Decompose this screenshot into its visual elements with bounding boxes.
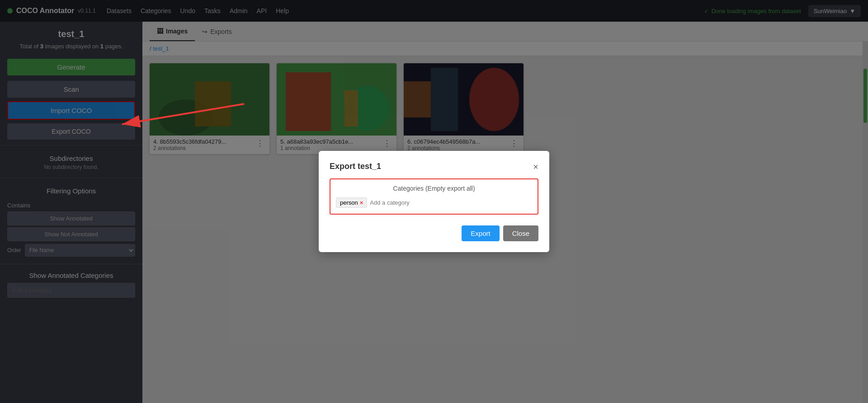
- export-modal: Export test_1 × Categories (Empty export…: [319, 151, 549, 252]
- categories-box: Categories (Empty export all) person ×: [330, 178, 538, 215]
- modal-header: Export test_1 ×: [330, 162, 538, 171]
- modal-footer: Export Close: [330, 225, 538, 241]
- modal-close-x-button[interactable]: ×: [533, 162, 538, 171]
- modal-add-category-input[interactable]: [370, 199, 446, 206]
- modal-overlay[interactable]: Export test_1 × Categories (Empty export…: [0, 0, 868, 403]
- svg-line-13: [122, 104, 244, 124]
- modal-close-button[interactable]: Close: [503, 225, 538, 241]
- category-tags: person ×: [336, 197, 532, 208]
- category-tag-person: person ×: [336, 197, 367, 208]
- categories-label: Categories (Empty export all): [336, 185, 532, 192]
- category-tag-label: person: [340, 199, 358, 206]
- modal-title: Export test_1: [330, 162, 381, 171]
- modal-export-button[interactable]: Export: [462, 225, 499, 241]
- tag-remove-button[interactable]: ×: [360, 199, 363, 206]
